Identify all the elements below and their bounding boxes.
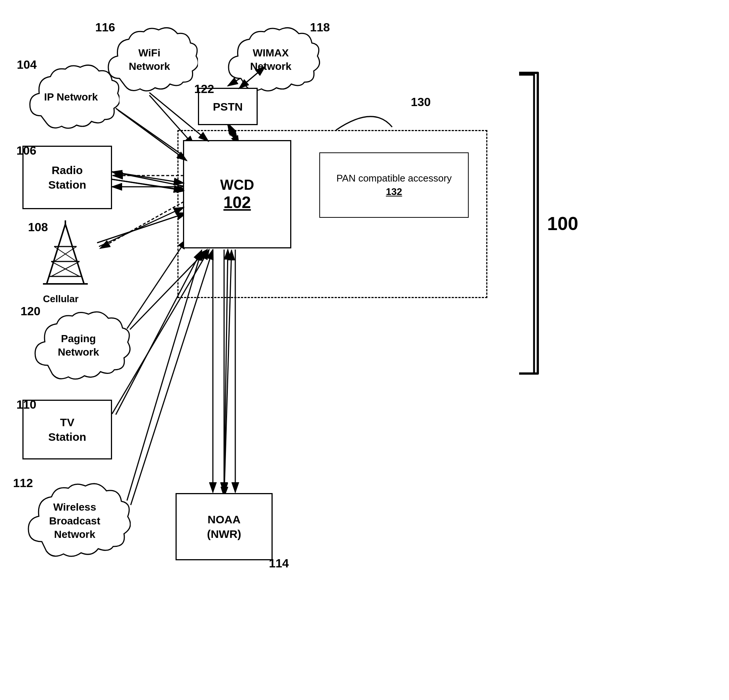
svg-line-9: [112, 172, 187, 187]
svg-line-30: [112, 172, 184, 183]
pan-accessory-ref: 132: [336, 186, 452, 198]
paging-network-cloud: PagingNetwork: [26, 306, 131, 385]
dashed-container-ref: 130: [411, 95, 431, 109]
svg-line-33: [99, 207, 184, 247]
svg-line-8: [112, 179, 187, 191]
wcd-ref: 102: [220, 193, 254, 212]
svg-line-31: [112, 179, 184, 191]
pan-accessory-box: PAN compatible accessory 132: [319, 152, 469, 218]
system-ref: 100: [547, 213, 578, 235]
pan-accessory-label: PAN compatible accessory: [336, 173, 452, 184]
diagram: IP Network 104 WiFiNetwork 116 WIMAXNetw…: [0, 0, 729, 700]
wcd-box: WCD 102: [183, 140, 291, 248]
wifi-network-cloud: WiFiNetwork: [101, 22, 198, 97]
svg-line-16: [65, 224, 84, 284]
noaa-ref: 114: [269, 557, 289, 570]
radio-station-ref: 106: [16, 144, 36, 158]
paging-network-ref: 120: [21, 304, 40, 318]
wireless-broadcast-ref: 112: [13, 476, 33, 490]
svg-line-39: [100, 202, 184, 248]
cellular-ref: 108: [28, 220, 48, 234]
svg-line-27: [118, 110, 187, 161]
svg-line-10: [97, 213, 187, 243]
pstn-ref: 122: [194, 82, 214, 96]
wireless-broadcast-cloud: WirelessBroadcastNetwork: [19, 478, 131, 564]
wifi-network-ref: 116: [95, 21, 115, 34]
wimax-network-cloud: WIMAXNetwork: [220, 22, 321, 97]
cellular-label: Cellular: [43, 293, 78, 305]
wcd-label: WCD: [220, 177, 254, 193]
tv-station-ref: 110: [16, 398, 36, 412]
noaa-box: NOAA(NWR): [176, 493, 273, 560]
svg-line-15: [47, 224, 65, 284]
ip-network-ref: 104: [17, 58, 37, 72]
wimax-network-ref: 118: [310, 21, 330, 34]
